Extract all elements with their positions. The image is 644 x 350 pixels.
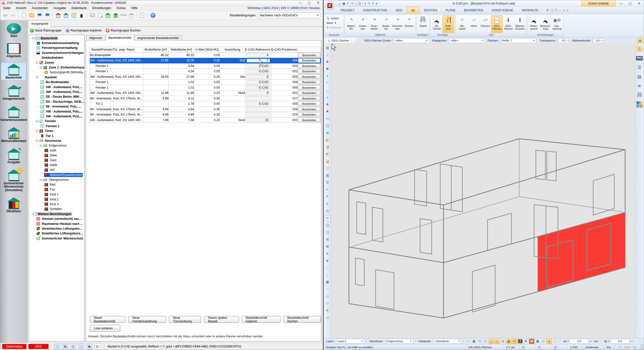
button-neuer-bauteilabschnitt[interactable]: Neuer Bauteilabschnitt (90, 316, 126, 323)
doc-eye-icon[interactable]: ▤ (636, 73, 643, 80)
tray-icon[interactable]: ⊔ (325, 293, 331, 299)
close-button[interactable]: ✕ (314, 0, 323, 5)
ecad-ref-field[interactable]: E-CAD (246, 80, 270, 84)
delete-icon[interactable]: ✖ (325, 66, 331, 72)
tree-item[interactable]: Kind 2 (29, 197, 84, 202)
button-neue-türzuordnung[interactable]: Neue Türzuordnung (169, 316, 201, 323)
ecad-ref-field[interactable]: E-CAD (246, 64, 270, 68)
menu-extras[interactable]: Extras (114, 5, 128, 11)
tree-item[interactable]: Bad (29, 182, 84, 187)
ribbon-tab-konstruktion[interactable]: KONSTRUKTION (359, 7, 391, 14)
ribbon-tab-konst-ebene[interactable]: KONST-EBENE (488, 7, 517, 14)
print-icon[interactable] (89, 12, 96, 19)
back-icon[interactable]: ⇦ (2, 12, 9, 19)
menu-ausgabe[interactable]: Ausgabe (51, 5, 69, 11)
sidebar-item-bautechnik[interactable]: Bautechnik (1, 62, 26, 81)
ribbon-button-objekt[interactable]: Objekt (417, 15, 429, 33)
notes-icon[interactable] (70, 12, 77, 19)
ribbon-button-beleuchtung[interactable]: Beleuch-tung (540, 15, 551, 33)
diamond-toggle[interactable]: ◇ (494, 339, 500, 344)
tree-item[interactable]: Fenster (29, 119, 84, 124)
circle-toggle[interactable]: ◎ (500, 339, 505, 344)
arrow-down-icon[interactable]: ⇩ (636, 45, 643, 52)
ribbon-tab-projekt[interactable]: PROJEKT (336, 7, 359, 14)
close-red-icon[interactable]: ✗ (546, 9, 549, 12)
ribbon-button-verschieben[interactable]: ✛Verschie-ben (392, 15, 403, 33)
list-icon[interactable]: ☰ (325, 180, 331, 186)
ecad-ref-field[interactable]: 10 (246, 118, 270, 122)
sidebar-item-start[interactable]: ▶Start (1, 22, 26, 39)
table-row[interactable]: AW - Außenwand, Putz, KS 1400 240...7,98… (90, 117, 321, 123)
grid-3-icon[interactable]: ▦ (325, 279, 331, 285)
building-red-icon[interactable] (55, 12, 62, 19)
tree-item[interactable]: Bautechnik (29, 36, 84, 41)
crop-icon[interactable]: ◰ (325, 208, 331, 214)
geg-flaechen-button[interactable]: ⚙ GEG-Flächen (325, 38, 351, 43)
redo-icon[interactable]: ↷ (350, 2, 354, 5)
diamond-orange-toggle[interactable]: ◆ (546, 339, 552, 344)
table-row[interactable]: IW - Innenwand, Putz, KS 175mm, M...4,94… (90, 107, 321, 112)
tree-item[interactable]: Diele (29, 153, 84, 158)
tree-item[interactable]: Schlafen (29, 207, 84, 212)
optionen-button[interactable]: ✚Optionen (327, 26, 342, 29)
mark-button[interactable]: Mark. ▾ (327, 21, 342, 25)
plant-icon[interactable]: ❀ (637, 38, 643, 43)
node-1-icon[interactable]: ◱ (325, 222, 331, 228)
tree-item[interactable]: AW - Außenwand, Putz,... (29, 114, 84, 119)
overlap-5-icon[interactable]: ◫ (325, 165, 331, 171)
arc-down-icon[interactable]: ◡ (325, 87, 331, 93)
ecad-ref-field[interactable] (246, 107, 270, 111)
tab-angrenzende-bauteilabschnitte[interactable]: angrenzende Bauteilabschnitte (135, 35, 182, 41)
sidebar-item-sommerlicher-w-rmeschutz-simulation-[interactable]: Sommerlicher Wärmeschutz (Simulation) (1, 168, 26, 193)
sidebar-item-ausgabe[interactable]: ✎Ausgabe (1, 147, 26, 165)
more-icon[interactable]: ▾ (375, 2, 378, 5)
ecad-ref-field[interactable]: 8 (246, 75, 270, 79)
tree-item[interactable]: Gebäudedaten (29, 55, 84, 60)
flaechen-select[interactable]: RefNr 7▼ (501, 38, 536, 43)
tree-item[interactable]: Geschosse (29, 138, 84, 143)
table-row[interactable]: AW - Außenwand, Putz, KS 1400 240...29,5… (90, 74, 321, 80)
bearbeiten-button[interactable]: Bearbeiten (298, 80, 320, 84)
dx-input[interactable]: 0,0 (570, 339, 588, 344)
tab-bauteilabschnitte[interactable]: Bauteilabschnitte (106, 35, 134, 41)
arrow-toggle[interactable]: △ (489, 339, 494, 344)
house-blue-icon[interactable]: ⌂ (78, 343, 84, 349)
expand-collapse-icon[interactable] (40, 179, 42, 181)
ribbon-button-bearbeiten[interactable]: ✎Bear-beiten (369, 15, 380, 33)
ecad-ref-field[interactable]: E-CAD (246, 102, 270, 106)
ribbon-tab-bearbeiten[interactable]: BEARBEITEN (460, 7, 488, 14)
expand-collapse-icon[interactable] (36, 76, 38, 78)
ball-purple-icon[interactable]: ◉ (62, 343, 68, 349)
shield-icon[interactable]: ◙ (325, 307, 331, 313)
waves-icon[interactable]: ≋ (325, 250, 331, 256)
ribbon-tab-3d[interactable]: 3D (407, 7, 419, 14)
grid-2-icon[interactable]: ⊞ (325, 236, 331, 242)
ribbon-button-gegräume[interactable]: GEG-Räume (503, 15, 514, 33)
layers-icon[interactable]: ≋ (636, 82, 643, 89)
rahmenbreite-spinner[interactable]: 3,0▲▼ (593, 38, 604, 43)
menu-assistenten[interactable]: Assistenten (29, 5, 51, 11)
ribbon-tab-info-hilfe[interactable]: INFO/HILFE (517, 7, 543, 14)
w-layer-toggle[interactable]: W (529, 339, 534, 344)
help-icon[interactable]: ? (149, 12, 156, 19)
monitor-toggle[interactable]: ▣ (471, 339, 476, 344)
tab-allgemein[interactable]: Allgemein (86, 35, 105, 41)
bearbeiten-button[interactable]: Bearbeiten (298, 58, 320, 63)
save-icon[interactable]: ▣ (342, 2, 346, 5)
grid-x-icon[interactable]: ⊠ (325, 243, 331, 249)
kfw-icon[interactable]: KFW (120, 12, 127, 19)
zonen-select[interactable]: <Alle>▼ (393, 38, 429, 43)
tree-item[interactable]: IW - Innenwand, Putz, ... (29, 104, 84, 109)
overlap-3-icon[interactable]: ◩ (325, 151, 331, 157)
ecad-ref-field[interactable]: E-CAD (246, 69, 270, 74)
arc-up-icon[interactable]: ◠ (325, 80, 331, 86)
zoom-z-toggle[interactable]: Z (517, 339, 523, 344)
table-row[interactable]: Tür 11,780,00E-CAD005Bearbeiten (90, 101, 321, 107)
delete-2-icon[interactable]: ✖ (325, 109, 331, 115)
pen2-icon[interactable]: ✐ (371, 2, 375, 5)
fit-screen-icon[interactable]: ⛶ (354, 2, 357, 5)
bearbeiten-button[interactable]: Bearbeiten (298, 69, 320, 74)
sidebar-item-ökobilanz[interactable]: Ökobilanz (1, 196, 26, 214)
building-import-icon[interactable] (62, 12, 69, 19)
table-row[interactable]: AW - Außenwand, Putz, KS 1400 240...27,8… (90, 58, 321, 63)
